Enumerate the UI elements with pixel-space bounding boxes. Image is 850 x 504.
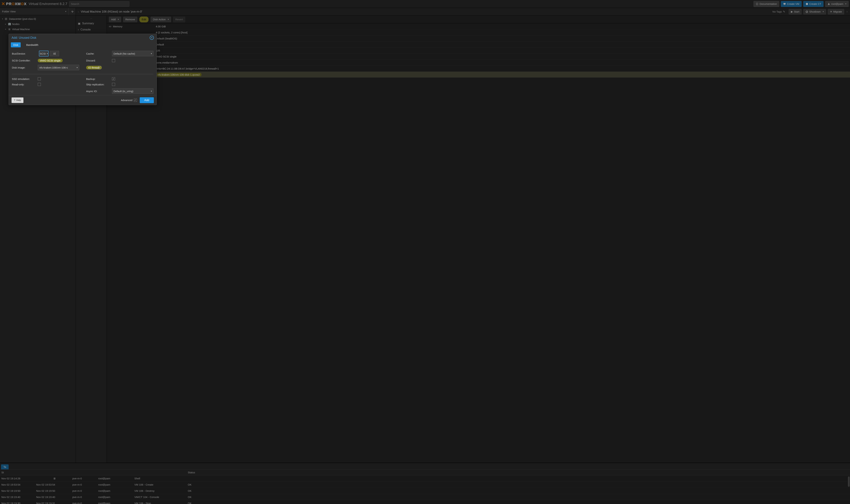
cache-select[interactable]: Default (No cache)▾ <box>112 51 154 56</box>
close-button[interactable]: ✕ <box>150 36 154 40</box>
field-cache: Cache: Default (No cache)▾ <box>86 51 154 56</box>
dialog-title: Add: Unused Disk <box>12 36 36 40</box>
close-icon: ✕ <box>151 36 153 39</box>
field-readonly: Read-only: <box>12 83 79 86</box>
field-async-io: Async IO: Default (io_uring)▾ <box>86 88 154 94</box>
add-unused-disk-dialog: Add: Unused Disk ✕ Disk Bandwidth Bus/De… <box>8 34 157 105</box>
advanced-toggle[interactable]: Advanced <box>121 99 137 102</box>
chevron-down-icon: ▾ <box>47 53 48 55</box>
field-ssd: SSD emulation: <box>12 77 79 80</box>
backup-checkbox[interactable] <box>112 77 115 80</box>
field-backup: Backup: <box>86 77 154 80</box>
modal-overlay: Add: Unused Disk ✕ Disk Bandwidth Bus/De… <box>0 0 850 504</box>
field-discard: Discard: <box>86 59 154 62</box>
tab-bandwidth[interactable]: Bandwidth <box>24 42 41 47</box>
async-io-select[interactable]: Default (io_uring)▾ <box>112 88 154 94</box>
chevron-down-icon: ▾ <box>151 90 152 92</box>
iothread-checkbox[interactable] <box>98 66 101 69</box>
spinner-icon: ▴▾ <box>55 52 56 55</box>
field-skip-replication: Skip replication: <box>86 83 154 86</box>
readonly-checkbox[interactable] <box>38 83 41 86</box>
bus-select[interactable]: SCSI▾ <box>39 51 48 56</box>
disk-image-select[interactable]: nfs-kraken:106/vm-106-c▾ <box>38 65 79 70</box>
field-bus: Bus/Device: SCSI▾ 0▴▾ <box>12 51 79 56</box>
bus-number[interactable]: 0▴▾ <box>50 51 59 56</box>
field-disk-image: Disk image: nfs-kraken:106/vm-106-c▾ <box>12 65 79 70</box>
help-button[interactable]: ?Help <box>12 97 23 103</box>
advanced-checkbox[interactable] <box>134 99 137 102</box>
ssd-checkbox[interactable] <box>38 77 41 80</box>
chevron-down-icon: ▾ <box>77 67 78 69</box>
skip-replication-checkbox[interactable] <box>112 83 115 86</box>
tab-disk[interactable]: Disk <box>11 42 21 47</box>
field-scsi-controller: SCSI Controller: VirtIO SCSI single <box>12 59 79 62</box>
add-confirm-button[interactable]: Add <box>140 97 154 103</box>
field-iothread: IO thread: <box>86 65 154 70</box>
scsi-controller-value: VirtIO SCSI single <box>38 59 63 62</box>
chevron-down-icon: ▾ <box>151 53 152 55</box>
discard-checkbox[interactable] <box>112 59 115 62</box>
help-icon: ? <box>14 99 15 102</box>
